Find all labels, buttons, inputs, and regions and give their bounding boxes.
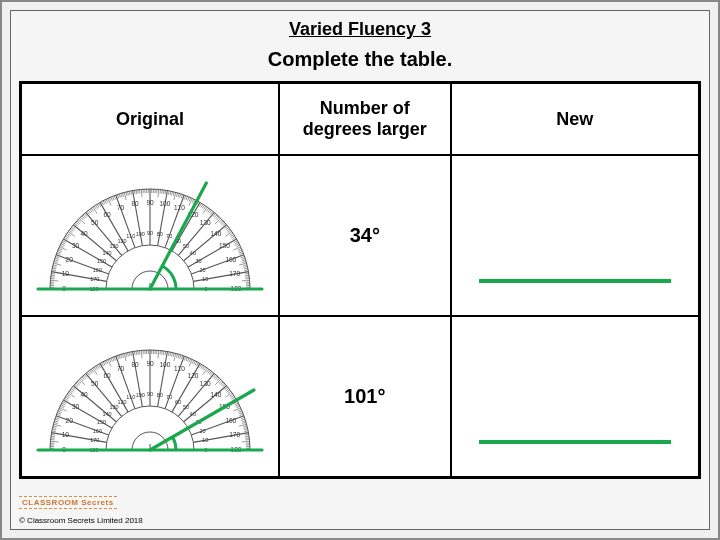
- svg-line-167: [242, 261, 246, 262]
- svg-text:10: 10: [62, 270, 70, 277]
- svg-line-364: [220, 381, 223, 384]
- svg-line-68: [108, 198, 111, 205]
- svg-line-338: [184, 356, 185, 360]
- angle-table: Original Number of degrees larger New 01…: [19, 81, 701, 479]
- svg-text:20: 20: [199, 266, 205, 272]
- svg-line-166: [242, 259, 246, 260]
- svg-line-282: [93, 368, 98, 375]
- svg-text:130: 130: [200, 219, 211, 226]
- svg-line-150: [230, 234, 233, 236]
- svg-line-281: [91, 369, 93, 372]
- svg-line-38: [68, 231, 75, 236]
- copyright: © Classroom Secrets Limited 2018: [19, 517, 143, 525]
- svg-line-390: [242, 420, 246, 421]
- logo: CLASSROOM Secrets: [19, 496, 117, 509]
- new-cell-1[interactable]: [451, 155, 699, 316]
- svg-line-137: [217, 217, 220, 220]
- svg-line-285: [97, 365, 99, 368]
- svg-line-280: [90, 370, 92, 373]
- svg-text:40: 40: [80, 390, 88, 397]
- svg-text:90: 90: [147, 391, 153, 397]
- svg-line-35: [65, 236, 68, 238]
- svg-line-11: [51, 275, 55, 276]
- svg-text:20: 20: [65, 255, 73, 262]
- svg-text:70: 70: [117, 365, 125, 372]
- svg-line-340: [187, 357, 189, 361]
- svg-line-80: [127, 191, 128, 195]
- svg-line-20: [54, 259, 58, 260]
- svg-line-382: [233, 407, 240, 410]
- svg-line-289: [103, 361, 105, 365]
- svg-line-119: [192, 199, 194, 203]
- svg-text:10: 10: [202, 437, 208, 443]
- svg-line-361: [217, 378, 220, 381]
- svg-line-328: [168, 351, 169, 355]
- svg-line-383: [238, 409, 242, 411]
- svg-line-164: [241, 256, 245, 257]
- svg-text:60: 60: [103, 371, 111, 378]
- svg-line-66: [105, 199, 107, 203]
- svg-line-384: [238, 410, 242, 412]
- svg-line-265: [71, 388, 74, 390]
- svg-line-274: [82, 376, 85, 379]
- svg-line-333: [176, 353, 177, 357]
- svg-line-325: [163, 350, 164, 354]
- svg-line-140: [220, 220, 223, 223]
- svg-line-270: [77, 381, 80, 384]
- svg-line-21: [55, 258, 59, 259]
- svg-line-151: [231, 236, 234, 238]
- svg-line-242: [53, 424, 61, 426]
- svg-line-110: [178, 193, 179, 197]
- svg-text:30: 30: [195, 258, 201, 264]
- svg-line-161: [239, 251, 243, 252]
- svg-line-354: [208, 370, 210, 373]
- svg-line-309: [136, 350, 137, 354]
- svg-line-171: [244, 268, 248, 269]
- svg-text:160: 160: [93, 266, 102, 272]
- svg-line-353: [206, 369, 208, 372]
- svg-line-102: [165, 190, 166, 194]
- svg-line-232: [50, 441, 58, 442]
- answer-line-1: [479, 279, 671, 283]
- svg-line-111: [180, 193, 181, 197]
- svg-line-50: [82, 215, 85, 218]
- svg-line-47: [78, 219, 81, 222]
- svg-line-275: [83, 375, 86, 378]
- new-cell-2[interactable]: [451, 316, 699, 477]
- svg-line-329: [170, 352, 171, 356]
- svg-line-31: [62, 242, 66, 244]
- svg-line-136: [215, 215, 218, 218]
- svg-line-76: [121, 193, 122, 197]
- svg-line-254: [61, 404, 65, 406]
- svg-line-75: [119, 193, 120, 197]
- svg-line-101: [163, 189, 164, 193]
- svg-line-386: [240, 414, 244, 415]
- svg-line-331: [173, 352, 174, 356]
- instruction: Complete the table.: [11, 44, 709, 81]
- svg-text:80: 80: [157, 230, 163, 236]
- svg-text:50: 50: [91, 380, 99, 387]
- svg-text:90: 90: [147, 230, 153, 236]
- svg-line-105: [170, 191, 171, 195]
- svg-line-355: [209, 371, 211, 374]
- svg-text:110: 110: [174, 204, 185, 211]
- svg-line-106: [172, 191, 173, 195]
- svg-line-141: [221, 222, 224, 225]
- svg-line-292: [108, 359, 111, 366]
- svg-line-290: [105, 360, 107, 364]
- svg-line-81: [129, 191, 130, 195]
- svg-line-14: [52, 269, 56, 270]
- svg-line-305: [129, 352, 130, 356]
- slide-title: Varied Fluency 3: [11, 11, 709, 44]
- svg-line-18: [53, 263, 61, 265]
- increase-cell-1: 34°: [279, 155, 451, 316]
- svg-line-308: [134, 351, 135, 355]
- svg-line-104: [168, 190, 169, 194]
- svg-line-70: [111, 196, 113, 200]
- original-cell-1: 0180101702016030150401405013060120701108…: [21, 155, 279, 316]
- svg-line-79: [126, 191, 127, 195]
- svg-line-296: [114, 356, 115, 360]
- svg-line-58: [93, 207, 98, 214]
- svg-text:160: 160: [93, 427, 102, 433]
- svg-line-262: [68, 392, 75, 397]
